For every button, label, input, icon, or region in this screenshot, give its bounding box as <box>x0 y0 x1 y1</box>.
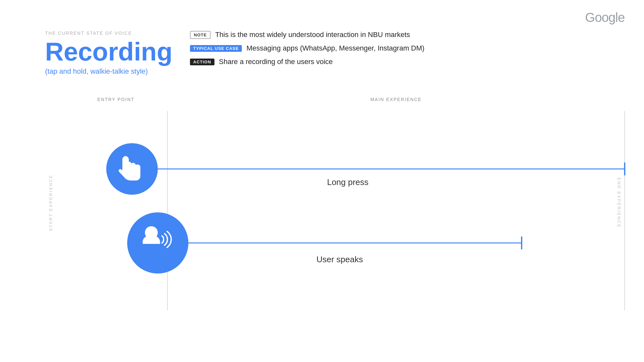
subtitle: THE CURRENT STATE OF VOICE <box>45 31 173 36</box>
badge-note: NOTE <box>190 31 211 39</box>
label-entry-point: ENTRY POINT <box>97 97 135 102</box>
badge-typical: TYPICAL USE CASE <box>190 45 242 52</box>
diagram: ENTRY POINT MAIN EXPERIENCE START EXPERI… <box>45 97 625 336</box>
note-text-1: This is the most widely understood inter… <box>215 31 410 39</box>
svg-text:Long press: Long press <box>327 177 369 187</box>
svg-text:User speaks: User speaks <box>317 255 363 264</box>
note-row-3: ACTION Share a recording of the users vo… <box>190 58 424 66</box>
note-text-3: Share a recording of the users voice <box>219 58 333 66</box>
label-main-experience: MAIN EXPERIENCE <box>370 97 421 102</box>
label-start-experience: START EXPERIENCE <box>48 174 53 231</box>
notes-section: NOTE This is the most widely understood … <box>190 31 424 71</box>
note-text-2: Messaging apps (WhatsApp, Messenger, Ins… <box>246 44 424 52</box>
google-logo: Google <box>585 10 625 25</box>
note-row-1: NOTE This is the most widely understood … <box>190 31 424 39</box>
sub-title: (tap and hold, walkie-talkie style) <box>45 67 173 76</box>
header-section: THE CURRENT STATE OF VOICE Recording (ta… <box>45 31 173 76</box>
badge-action: ACTION <box>190 59 214 65</box>
main-title: Recording <box>45 39 173 65</box>
diagram-svg: Long press User speaks <box>58 105 644 317</box>
note-row-2: TYPICAL USE CASE Messaging apps (WhatsAp… <box>190 44 424 52</box>
